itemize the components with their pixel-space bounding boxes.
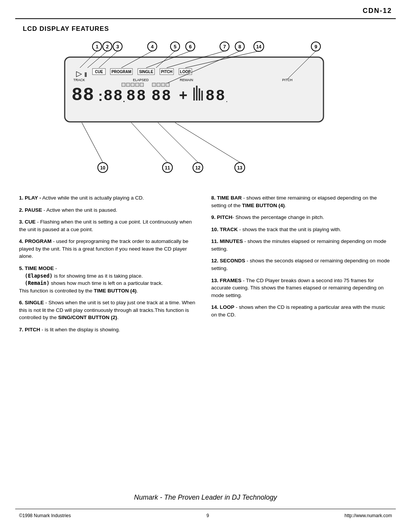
svg-line-79 xyxy=(131,123,167,162)
item-9: 9. PITCH- Shows the percentage change in… xyxy=(211,214,392,221)
content-left-column: 1. PLAY - Active while the unit is actua… xyxy=(19,194,200,338)
svg-text:6: 6 xyxy=(189,44,191,50)
item-10: 10. TRACK - shows the track that the uni… xyxy=(211,226,392,233)
svg-rect-59 xyxy=(199,88,200,101)
svg-text:12: 12 xyxy=(195,165,201,171)
svg-text:PITCH: PITCH xyxy=(282,78,293,82)
svg-text:SINGLE: SINGLE xyxy=(139,70,153,74)
svg-text:8: 8 xyxy=(137,88,146,105)
svg-text:8: 8 xyxy=(216,88,225,105)
svg-line-82 xyxy=(158,123,198,162)
top-border-line xyxy=(15,18,396,19)
svg-rect-40 xyxy=(140,83,143,86)
svg-text:8: 8 xyxy=(72,85,83,105)
svg-text:5: 5 xyxy=(174,44,176,50)
item-14: 14. LOOP - shows when the CD is repeatin… xyxy=(211,304,392,318)
svg-text:8: 8 xyxy=(113,88,123,105)
svg-text:REMAIN: REMAIN xyxy=(180,78,193,82)
svg-line-85 xyxy=(175,123,240,162)
svg-text:8: 8 xyxy=(162,88,171,105)
item-6: 6. SINGLE - Shows when the unit is set t… xyxy=(19,299,200,321)
svg-text:PITCH: PITCH xyxy=(161,70,172,74)
svg-text:8: 8 xyxy=(151,88,161,105)
svg-text:9: 9 xyxy=(314,44,317,50)
diagram-svg: 1 2 3 4 5 6 7 8 14 9 ▷ || CUE xyxy=(23,38,388,183)
item-7: 7. PITCH - is lit when the display is sh… xyxy=(19,326,200,334)
item-12: 12. SECONDS - shows the seconds elapsed … xyxy=(211,257,392,272)
footer-copyright: ©1998 Numark Industries xyxy=(19,513,71,518)
model-header: CDN-12 xyxy=(363,7,392,15)
svg-text:PROGRAM: PROGRAM xyxy=(112,70,131,74)
svg-line-76 xyxy=(82,123,103,162)
svg-text::: : xyxy=(98,88,103,104)
svg-text:CUE: CUE xyxy=(95,70,103,74)
svg-text:8: 8 xyxy=(126,88,135,105)
footer-bottom: ©1998 Numark Industries 9 http://www.num… xyxy=(19,513,392,518)
svg-rect-58 xyxy=(196,86,198,101)
svg-rect-36 xyxy=(122,83,125,86)
diagram-area: 1 2 3 4 5 6 7 8 14 9 ▷ || CUE xyxy=(23,38,388,183)
content-area: 1. PLAY - Active while the unit is actua… xyxy=(19,194,392,338)
svg-text:11: 11 xyxy=(165,165,170,171)
item-4: 4. PROGRAM - used for preprograming the … xyxy=(19,238,200,260)
footer-page-number: 9 xyxy=(71,513,344,518)
item-11: 11. MINUTES - shows the minutes elapsed … xyxy=(211,238,392,252)
svg-text:4: 4 xyxy=(151,44,154,50)
svg-rect-44 xyxy=(166,83,169,86)
svg-text:14: 14 xyxy=(256,44,261,50)
svg-rect-38 xyxy=(131,83,134,86)
svg-rect-37 xyxy=(126,83,130,86)
svg-rect-42 xyxy=(157,83,160,86)
svg-rect-43 xyxy=(161,83,165,86)
svg-text:10: 10 xyxy=(100,165,105,171)
svg-text:||: || xyxy=(84,71,87,77)
svg-rect-57 xyxy=(193,88,195,101)
item-3: 3. CUE - Flashing when the unit is setti… xyxy=(19,218,200,233)
content-right-column: 8. TIME BAR - shows either time remainin… xyxy=(211,194,392,338)
svg-rect-60 xyxy=(201,91,203,101)
svg-text:8: 8 xyxy=(104,88,113,105)
item-13: 13. FRAMES - The CD Player breaks down a… xyxy=(211,277,392,299)
svg-text:7: 7 xyxy=(223,44,226,50)
section-title: LCD DISPLAY FEATURES xyxy=(23,25,109,33)
item-1: 1. PLAY - Active while the unit is actua… xyxy=(19,194,200,202)
svg-text:3: 3 xyxy=(116,44,119,50)
svg-text:.: . xyxy=(226,97,228,103)
svg-text:13: 13 xyxy=(237,165,242,171)
footer-tagline: Numark - The Proven Leader in DJ Technol… xyxy=(0,494,411,502)
bottom-border-line xyxy=(15,509,396,509)
svg-text:2: 2 xyxy=(106,44,108,50)
svg-text:▷: ▷ xyxy=(76,69,82,78)
svg-rect-39 xyxy=(135,83,139,86)
svg-text:1: 1 xyxy=(96,44,98,50)
svg-text:.: . xyxy=(123,95,125,104)
svg-rect-41 xyxy=(152,83,156,86)
svg-text:ELAPSED: ELAPSED xyxy=(133,78,149,82)
svg-text:+: + xyxy=(179,88,188,104)
item-8: 8. TIME BAR - shows either time remainin… xyxy=(211,194,392,209)
item-2: 2. PAUSE - Active when the unit is pause… xyxy=(19,206,200,214)
svg-text:TRACK: TRACK xyxy=(73,78,85,82)
svg-text:8: 8 xyxy=(238,44,241,50)
footer-website: http://www.numark.com xyxy=(344,513,392,518)
item-5: 5. TIME MODE - (Elapsed) is for showing … xyxy=(19,265,200,294)
svg-text:8: 8 xyxy=(83,85,94,105)
svg-text:8: 8 xyxy=(206,88,215,105)
